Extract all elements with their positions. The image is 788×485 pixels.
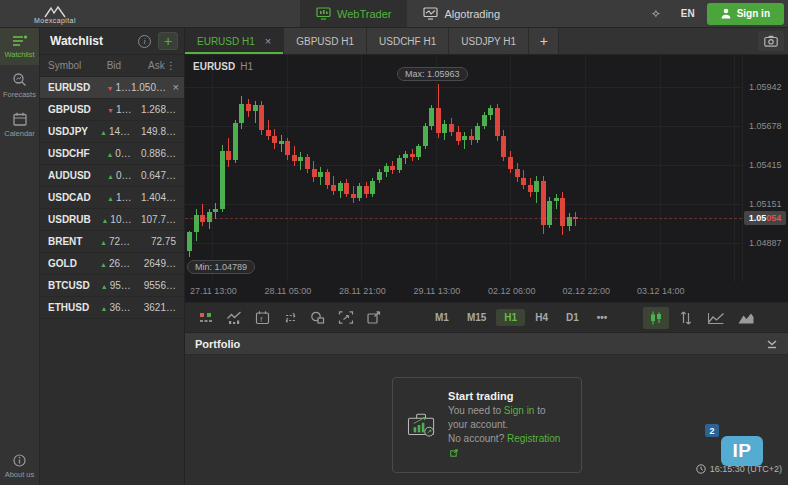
candles-chart-icon[interactable] xyxy=(643,307,669,329)
language-selector[interactable]: EN xyxy=(673,8,703,19)
events-calendar-icon[interactable]: f xyxy=(249,307,275,329)
briefcase-chart-icon xyxy=(407,407,437,443)
shapes-icon[interactable] xyxy=(305,307,331,329)
bid-value: ▲10… xyxy=(91,214,132,225)
candle-wick xyxy=(255,101,256,123)
tab-label: EURUSD H1 xyxy=(197,36,255,47)
theme-toggle-icon[interactable]: ✧ xyxy=(643,3,669,25)
candle xyxy=(226,151,231,160)
watchlist-info-icon[interactable]: i xyxy=(138,35,151,48)
timeframe-m15[interactable]: M15 xyxy=(459,309,494,326)
columns-menu-icon[interactable]: ⋮ xyxy=(165,60,176,71)
sidebar-item-about[interactable]: About us xyxy=(0,447,39,485)
symbol-label: AUDUSD xyxy=(48,170,91,181)
close-icon[interactable]: × xyxy=(265,35,271,47)
nav-webtrader[interactable]: WebTrader xyxy=(300,0,407,27)
ask-value: 1.050… xyxy=(131,82,176,93)
calendar-icon xyxy=(13,112,27,126)
price-tag-accent: 054 xyxy=(766,213,781,223)
fit-chart-icon[interactable] xyxy=(333,307,359,329)
chart-tab[interactable]: GBPUSD H1 xyxy=(284,28,367,54)
webtrader-app: { "topbar": { "logo": "Moexcapital", "na… xyxy=(0,0,788,485)
main-column: EURUSD H1×GBPUSD H1USDCHF H1USDJPY H1 + … xyxy=(185,28,788,485)
watchlist-row[interactable]: AUDUSD▲0…0.647… xyxy=(40,165,184,187)
chart-tab[interactable]: USDCHF H1 xyxy=(367,28,449,54)
symbol-label: EURUSD xyxy=(48,82,90,93)
area-chart-icon[interactable] xyxy=(733,307,759,329)
add-symbol-button[interactable]: + xyxy=(158,32,178,50)
timeframe-h4[interactable]: H4 xyxy=(527,309,556,326)
timeframe-m1[interactable]: M1 xyxy=(427,309,457,326)
chart-type-group xyxy=(643,307,759,329)
collapse-panel-icon[interactable] xyxy=(766,339,778,349)
watchlist-row[interactable]: BTCUSD▲95…9556… xyxy=(40,275,184,297)
chart-tab[interactable]: USDJPY H1 xyxy=(449,28,529,54)
sidebar-item-label: Forecasts xyxy=(3,90,36,99)
watchlist-row[interactable]: EURUSD▼1…1.050…× xyxy=(40,77,184,99)
symbol-label: GOLD xyxy=(48,258,88,269)
candle xyxy=(318,172,323,178)
timeframe-•••[interactable]: ••• xyxy=(589,309,616,326)
watchlist-row[interactable]: USDRUB▲10…107.7… xyxy=(40,209,184,231)
chart-tab[interactable]: EURUSD H1× xyxy=(185,28,284,54)
candle xyxy=(357,186,362,198)
timeframe-h1[interactable]: H1 xyxy=(496,309,525,326)
watchlist-row[interactable]: USDCAD▲1…1.404… xyxy=(40,187,184,209)
sign-in-link[interactable]: Sign in xyxy=(504,405,535,416)
forecasts-icon xyxy=(12,72,27,87)
bars-chart-icon[interactable] xyxy=(673,307,699,329)
close-icon[interactable]: × xyxy=(173,81,179,93)
watchlist-row[interactable]: ETHUSD▲36…3621… xyxy=(40,297,184,319)
candle xyxy=(528,185,533,192)
candle xyxy=(442,124,447,133)
tab-label: GBPUSD H1 xyxy=(296,36,354,47)
left-rail: Watchlist Forecasts Calendar About us xyxy=(0,28,40,485)
candle xyxy=(272,136,277,143)
registration-link[interactable]: Registration xyxy=(507,433,560,444)
bid-value: ▼1… xyxy=(91,104,132,115)
watchlist-row[interactable]: BRENT▲72…72.75 xyxy=(40,231,184,253)
symbol-label: USDCAD xyxy=(48,192,91,203)
compare-icon[interactable] xyxy=(277,307,303,329)
symbol-label: BRENT xyxy=(48,236,88,247)
candle xyxy=(482,115,487,125)
plot-area[interactable]: EURUSDH1 Max: 1.05963 Min: 1.04789 xyxy=(185,55,742,282)
watchlist-column-headers: Symbol Bid Ask ⋮ xyxy=(40,55,184,77)
indicators-icon[interactable] xyxy=(221,307,247,329)
time-axis[interactable]: 27.11 13:0028.11 05:0028.11 21:0029.11 1… xyxy=(185,282,788,303)
watchlist-row[interactable]: USDCHF▲0…0.886… xyxy=(40,143,184,165)
watchlist-row[interactable]: GOLD▲26…2649… xyxy=(40,253,184,275)
screenshot-button[interactable] xyxy=(758,31,784,51)
sign-in-button[interactable]: Sign in xyxy=(707,3,784,25)
watchlist-icon xyxy=(12,35,28,47)
portfolio-header: Portfolio xyxy=(185,333,788,355)
candle xyxy=(495,108,500,136)
watchlist-row[interactable]: GBPUSD▼1…1.268… xyxy=(40,99,184,121)
timeframe-d1[interactable]: D1 xyxy=(558,309,587,326)
price-axis[interactable]: 1.05054 1.059421.056781.054151.051511.04… xyxy=(742,55,788,282)
bid-value: ▲0… xyxy=(90,148,131,159)
tab-label: USDJPY H1 xyxy=(461,36,516,47)
time-tick-label: 28.11 21:00 xyxy=(339,286,386,296)
start-trading-line1: You need to Sign in to your account. xyxy=(448,404,566,432)
time-tick-label: 28.11 05:00 xyxy=(265,286,312,296)
market-watch-icon[interactable] xyxy=(193,307,219,329)
symbol-label: USDJPY xyxy=(48,126,88,137)
export-layout-icon[interactable] xyxy=(361,307,387,329)
ip-logo[interactable]: IP xyxy=(721,436,763,466)
line-chart-icon[interactable] xyxy=(703,307,729,329)
app-logo[interactable]: Moexcapital xyxy=(0,0,110,27)
bid-value: ▲1… xyxy=(91,192,132,203)
gridline xyxy=(734,55,735,282)
gridline xyxy=(185,204,742,205)
sidebar-item-watchlist[interactable]: Watchlist xyxy=(0,28,39,65)
start-trading-line2: No account? Registration xyxy=(448,432,566,461)
up-arrow-icon: ▲ xyxy=(107,195,114,202)
new-tab-button[interactable]: + xyxy=(529,28,559,54)
sidebar-item-forecasts[interactable]: Forecasts xyxy=(0,65,39,105)
sidebar-item-calendar[interactable]: Calendar xyxy=(0,105,39,144)
time-tick-label: 27.11 13:00 xyxy=(190,286,237,296)
nav-algotrading[interactable]: Algotrading xyxy=(407,0,516,27)
logo-text: Moexcapital xyxy=(34,17,76,24)
watchlist-row[interactable]: USDJPY▲14…149.8… xyxy=(40,121,184,143)
